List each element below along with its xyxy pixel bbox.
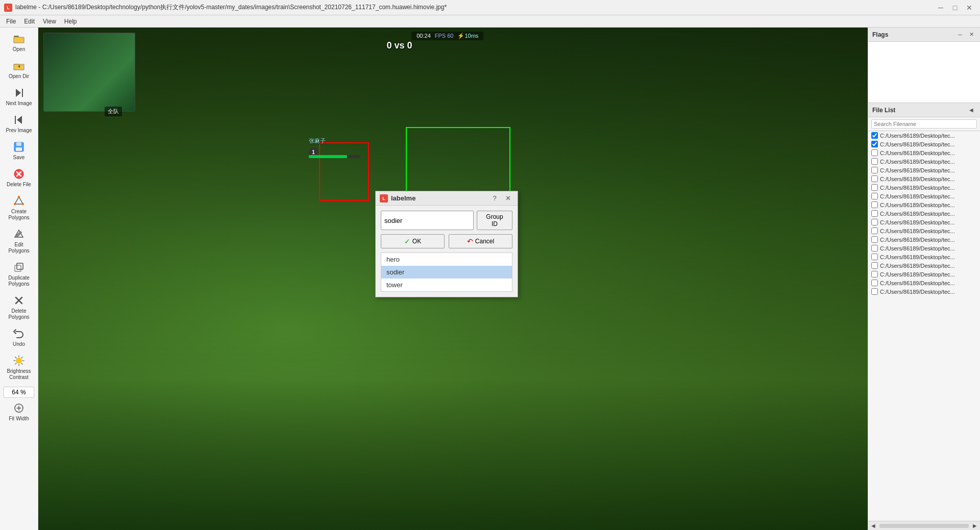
undo-button[interactable]: Undo	[2, 324, 36, 350]
menu-help[interactable]: Help	[60, 17, 81, 26]
file-list-item: C:/Users/86189/Desktop/tec...	[868, 209, 980, 218]
brightness-contrast-button[interactable]: Brightness Contrast	[2, 351, 36, 384]
file-name-text: C:/Users/86189/Desktop/tec...	[880, 254, 955, 260]
ok-label: OK	[412, 238, 421, 245]
scroll-left-arrow[interactable]: ◀	[869, 523, 877, 528]
file-name-text: C:/Users/86189/Desktop/tec...	[880, 141, 955, 147]
create-polygons-button[interactable]: Create Polygons	[2, 192, 36, 224]
ok-button[interactable]: ✓ OK	[381, 234, 445, 248]
file-checkbox[interactable]	[871, 210, 878, 217]
cancel-icon: ↶	[467, 237, 473, 245]
open-button[interactable]: Open	[2, 30, 36, 56]
file-checkbox[interactable]	[871, 158, 878, 165]
file-checkbox[interactable]	[871, 184, 878, 191]
svg-rect-4	[16, 142, 21, 146]
minimize-button[interactable]: ─	[934, 3, 947, 13]
cancel-label: Cancel	[475, 238, 494, 245]
maximize-button[interactable]: □	[948, 3, 962, 13]
delete-polygons-icon	[13, 294, 25, 307]
cancel-button[interactable]: ↶ Cancel	[449, 234, 512, 248]
file-name-text: C:/Users/86189/Desktop/tec...	[880, 228, 955, 234]
dialog-title-bar: L labelme ? ✕	[376, 191, 518, 206]
file-checkbox[interactable]	[871, 228, 878, 234]
file-name-text: C:/Users/86189/Desktop/tec...	[880, 176, 955, 182]
edit-polygons-button[interactable]: Edit Polygons	[2, 225, 36, 257]
dialog-help-button[interactable]: ?	[489, 193, 500, 204]
brightness-icon	[13, 355, 25, 367]
menu-view[interactable]: View	[39, 17, 60, 26]
save-button[interactable]: Save	[2, 138, 36, 164]
file-list-items: C:/Users/86189/Desktop/tec...C:/Users/86…	[868, 131, 980, 521]
file-checkbox[interactable]	[871, 219, 878, 225]
menu-bar: File Edit View Help	[0, 15, 980, 28]
file-checkbox[interactable]	[871, 262, 878, 269]
file-checkbox[interactable]	[871, 288, 878, 295]
file-list-item: C:/Users/86189/Desktop/tec...	[868, 279, 980, 287]
label-input[interactable]	[381, 211, 474, 230]
svg-rect-2	[15, 116, 16, 124]
autocomplete-item-sodier[interactable]: sodier	[381, 266, 512, 279]
file-name-text: C:/Users/86189/Desktop/tec...	[880, 219, 955, 225]
menu-file[interactable]: File	[2, 17, 20, 26]
flags-pin-button[interactable]: ─	[955, 30, 965, 39]
file-list-item: C:/Users/86189/Desktop/tec...	[868, 157, 980, 166]
delete-polygons-label: Delete Polygons	[4, 308, 34, 320]
dialog-icon: L	[380, 194, 388, 203]
create-polygons-icon	[13, 195, 25, 207]
file-checkbox[interactable]	[871, 271, 878, 277]
health-bar-bg	[309, 155, 360, 158]
file-list-expand-button[interactable]: ◀	[967, 106, 976, 115]
close-button[interactable]: ✕	[963, 3, 976, 13]
opendir-label: Open Dir	[9, 73, 29, 80]
scroll-track[interactable]	[879, 524, 969, 528]
file-checkbox[interactable]	[871, 175, 878, 182]
file-list-item: C:/Users/86189/Desktop/tec...	[868, 192, 980, 200]
file-checkbox[interactable]	[871, 141, 878, 147]
opendir-button[interactable]: Open Dir	[2, 57, 36, 83]
autocomplete-item-hero[interactable]: hero	[381, 253, 512, 266]
fit-width-button[interactable]: Fit Width	[2, 399, 36, 425]
file-checkbox[interactable]	[871, 193, 878, 199]
undo-label: Undo	[13, 341, 25, 347]
next-image-button[interactable]: Next Image	[2, 84, 36, 110]
svg-rect-14	[15, 265, 21, 271]
file-checkbox[interactable]	[871, 201, 878, 208]
undo-icon	[13, 327, 25, 340]
next-image-label: Next Image	[6, 100, 32, 107]
delete-polygons-button[interactable]: Delete Polygons	[2, 291, 36, 323]
duplicate-polygons-button[interactable]: Duplicate Polygons	[2, 258, 36, 290]
flags-close-button[interactable]: ✕	[967, 30, 976, 39]
search-filename-input[interactable]	[871, 119, 977, 129]
autocomplete-item-tower[interactable]: tower	[381, 279, 512, 291]
file-checkbox[interactable]	[871, 149, 878, 156]
canvas-area[interactable]: 全队 00:24 FPS 60 ⚡10ms 0 vs 0 张麻子 1	[38, 28, 868, 530]
title-bar-controls: ─ □ ✕	[934, 3, 976, 13]
file-list-title: File List	[872, 107, 895, 114]
delete-file-button[interactable]: Delete File	[2, 165, 36, 191]
prev-image-icon	[13, 114, 25, 126]
file-name-text: C:/Users/86189/Desktop/tec...	[880, 263, 955, 269]
svg-line-26	[15, 363, 16, 364]
dialog-action-row: ✓ OK ↶ Cancel	[381, 234, 512, 248]
file-checkbox[interactable]	[871, 132, 878, 139]
duplicate-polygons-label: Duplicate Polygons	[4, 275, 34, 287]
group-id-button[interactable]: Group ID	[477, 211, 512, 230]
file-checkbox[interactable]	[871, 167, 878, 173]
scroll-right-arrow[interactable]: ▶	[971, 523, 979, 528]
brightness-label: Brightness Contrast	[4, 368, 34, 381]
menu-edit[interactable]: Edit	[20, 17, 39, 26]
prev-image-label: Prev Image	[6, 128, 32, 134]
prev-image-button[interactable]: Prev Image	[2, 111, 36, 137]
minimap	[43, 33, 135, 112]
file-checkbox[interactable]	[871, 254, 878, 260]
flags-content	[868, 42, 980, 103]
app-icon: L	[4, 4, 12, 12]
file-checkbox[interactable]	[871, 245, 878, 251]
character-label: 张麻子	[309, 137, 326, 145]
save-label: Save	[13, 155, 25, 161]
dialog-close-button[interactable]: ✕	[502, 193, 513, 204]
file-list-item: C:/Users/86189/Desktop/tec...	[868, 253, 980, 261]
dialog-controls: ? ✕	[489, 193, 513, 204]
file-checkbox[interactable]	[871, 236, 878, 243]
file-checkbox[interactable]	[871, 280, 878, 286]
